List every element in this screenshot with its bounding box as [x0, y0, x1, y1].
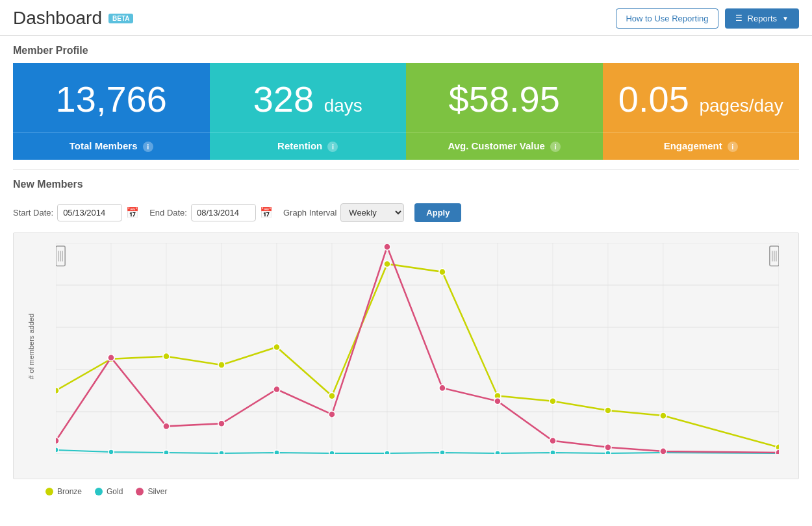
svg-point-38 [108, 449, 114, 454]
svg-point-53 [218, 420, 225, 427]
main-content: Member Profile 13,766 Total Members i 32… [0, 36, 812, 503]
member-profile-title: Member Profile [13, 36, 799, 63]
retention-value: 328 days [210, 63, 407, 132]
svg-point-58 [494, 398, 501, 405]
total-members-info-icon[interactable]: i [143, 142, 153, 152]
retention-label: Retention i [210, 132, 407, 160]
avg-customer-value-value: $58.95 [406, 63, 603, 132]
svg-point-31 [439, 269, 446, 275]
start-date-field: Start Date: 📅 [13, 204, 139, 221]
reports-label: Reports [748, 14, 778, 23]
profile-cards: 13,766 Total Members i 328 days Retentio… [13, 63, 799, 160]
interval-select[interactable]: Daily Weekly Monthly [340, 203, 404, 222]
end-date-input[interactable] [191, 204, 256, 221]
reports-button[interactable]: ☰ Reports ▼ [725, 8, 799, 29]
chart-svg: 200 150 100 50 0 [56, 243, 779, 454]
legend-bronze: Bronze [45, 487, 82, 496]
svg-point-30 [384, 260, 390, 267]
header-right: How to Use Reporting ☰ Reports ▼ [616, 8, 799, 29]
svg-point-57 [439, 384, 446, 391]
svg-point-40 [219, 451, 224, 454]
retention-card: 328 days Retention i [210, 63, 407, 160]
svg-point-46 [550, 450, 555, 454]
total-members-card: 13,766 Total Members i [13, 63, 210, 160]
end-date-calendar-icon[interactable]: 📅 [260, 207, 273, 219]
svg-point-29 [329, 393, 335, 399]
retention-info-icon[interactable]: i [327, 142, 338, 152]
svg-point-52 [163, 423, 170, 429]
interval-field: Graph Interval Daily Weekly Monthly [283, 203, 404, 222]
end-date-field: End Date: 📅 [149, 204, 273, 221]
caret-icon: ▼ [782, 15, 789, 22]
svg-point-62 [776, 449, 779, 454]
apply-button[interactable]: Apply [414, 203, 461, 222]
avg-customer-value-label: Avg. Customer Value i [406, 132, 603, 160]
how-to-button[interactable]: How to Use Reporting [616, 8, 718, 29]
bronze-dot [45, 488, 53, 495]
chart-container: # of members added [13, 232, 799, 479]
new-members-section: New Members Start Date: 📅 End Date: 📅 Gr… [13, 169, 799, 503]
svg-point-39 [164, 450, 169, 454]
svg-point-26 [163, 353, 170, 360]
svg-point-44 [440, 450, 445, 454]
end-date-label: End Date: [149, 208, 187, 218]
svg-point-54 [273, 386, 280, 392]
engagement-info-icon[interactable]: i [728, 142, 738, 152]
legend-gold: Gold [95, 487, 123, 496]
date-controls: Start Date: 📅 End Date: 📅 Graph Interval… [13, 197, 799, 232]
chart-inner: # of members added [20, 240, 785, 472]
engagement-value: 0.05 pages/day [603, 63, 800, 132]
start-date-label: Start Date: [13, 208, 53, 218]
start-date-calendar-icon[interactable]: 📅 [126, 207, 139, 219]
avg-customer-value-card: $58.95 Avg. Customer Value i [406, 63, 603, 160]
engagement-label: Engagement i [603, 132, 800, 160]
y-axis-label: # of members added [27, 314, 35, 379]
svg-point-59 [550, 438, 556, 444]
svg-point-61 [660, 448, 666, 454]
svg-point-51 [108, 355, 114, 361]
engagement-card: 0.05 pages/day Engagement i [603, 63, 800, 160]
svg-point-55 [329, 411, 335, 418]
legend-silver: Silver [136, 487, 167, 496]
svg-point-43 [385, 451, 390, 454]
chart-legend: Bronze Gold Silver [13, 484, 799, 496]
header-left: Dashboard BETA [13, 8, 133, 29]
bronze-label: Bronze [57, 487, 82, 496]
svg-point-35 [660, 412, 666, 419]
beta-badge: BETA [108, 14, 133, 23]
total-members-value: 13,766 [13, 63, 210, 132]
svg-point-60 [605, 444, 611, 451]
svg-point-28 [273, 344, 280, 350]
svg-point-34 [605, 407, 611, 414]
svg-point-37 [56, 447, 58, 453]
gold-dot [95, 488, 103, 495]
svg-point-56 [384, 244, 390, 250]
svg-point-27 [218, 362, 225, 368]
svg-point-45 [495, 451, 500, 454]
svg-point-42 [329, 451, 335, 454]
interval-label: Graph Interval [283, 208, 336, 218]
list-icon: ☰ [735, 14, 742, 23]
start-date-input[interactable] [57, 204, 122, 221]
gold-label: Gold [107, 487, 123, 496]
silver-dot [136, 488, 144, 495]
header: Dashboard BETA How to Use Reporting ☰ Re… [0, 0, 812, 36]
silver-label: Silver [147, 487, 167, 496]
avg-customer-value-info-icon[interactable]: i [550, 142, 561, 152]
page-title: Dashboard [13, 8, 102, 29]
svg-point-24 [56, 387, 59, 394]
new-members-title: New Members [13, 169, 799, 197]
svg-point-33 [550, 398, 556, 405]
svg-point-50 [56, 438, 59, 444]
total-members-label: Total Members i [13, 132, 210, 160]
svg-point-41 [274, 450, 279, 454]
